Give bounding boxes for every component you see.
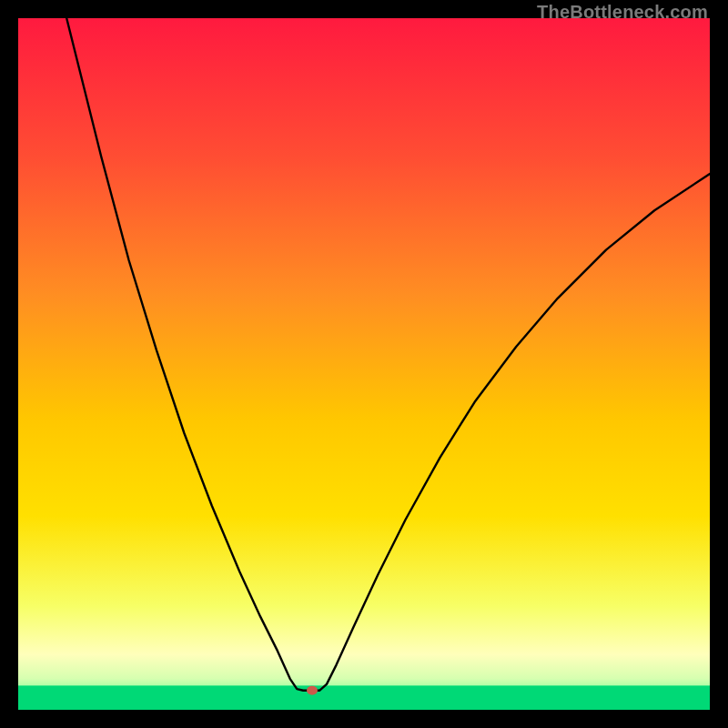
green-band (18, 685, 710, 710)
chart-frame (18, 18, 710, 710)
watermark-text: TheBottleneck.com (537, 2, 708, 23)
optimal-point-marker (307, 686, 318, 695)
bottleneck-chart (18, 18, 710, 710)
